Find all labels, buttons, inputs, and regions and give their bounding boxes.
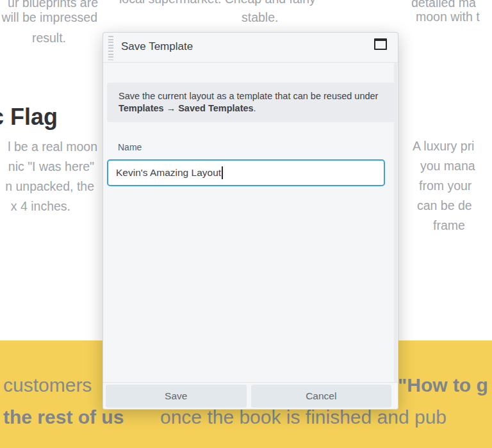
banner-text: "How to g [398,374,488,397]
dialog-footer: Save Cancel [103,382,398,409]
bg-text-line: x 4 inches. [11,199,70,214]
bg-text-line: nic "I was here" [8,159,94,174]
banner-text: customers [3,374,92,397]
info-text: Save the current layout as a template th… [119,91,378,101]
bg-text-line: detailed ma [411,0,476,10]
bg-text-line: you mana [420,159,475,173]
bg-text-line: local supermarket. Cheap and fairly [119,0,316,6]
info-text-bold: Templates → Saved Templates [119,103,254,113]
bg-text-line: can be de [417,198,472,213]
dialog-header: Save Template [103,33,398,63]
bg-text-line: moon with t [416,10,480,24]
info-text-suffix: . [254,103,256,113]
save-button[interactable]: Save [106,385,247,408]
bg-text-line: stable. [242,10,278,25]
info-banner: Save the current layout as a template th… [107,83,395,122]
bg-text-line: frame [433,218,465,233]
bg-text-line: result. [32,31,66,45]
bg-section-heading: c Flag [0,104,58,130]
dialog-title: Save Template [121,40,193,53]
bg-text-line: from your [419,179,472,193]
save-template-dialog: Save Template Save the current layout as… [102,32,398,410]
name-input-value: Kevin's Amazing Layout [116,167,221,179]
bg-text-line: ur blueprints are [8,0,98,10]
name-input[interactable]: Kevin's Amazing Layout [107,159,385,186]
text-caret [222,166,223,179]
bg-text-line: A luxury pri [413,139,474,154]
bg-text-line: will be impressed [1,10,97,25]
window-popout-icon[interactable] [374,38,387,50]
cancel-button[interactable]: Cancel [251,385,392,408]
drag-handle-icon[interactable] [108,36,113,60]
bg-text-line: n unpacked, the [5,179,94,194]
bg-text-line: l be a real moon [8,140,97,154]
name-field-label: Name [118,142,142,152]
